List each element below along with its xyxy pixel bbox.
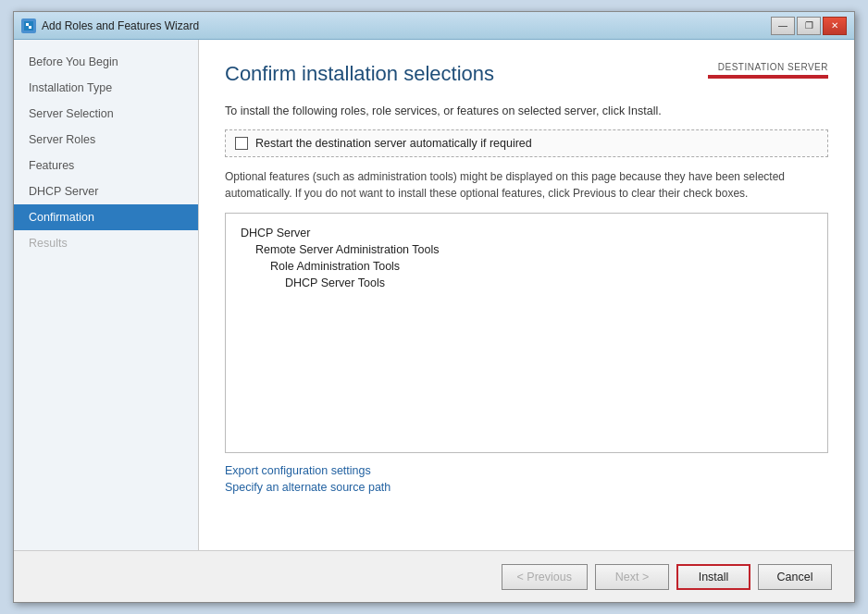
footer: < Previous Next > Install Cancel [14, 550, 854, 602]
minimize-button[interactable]: — [771, 17, 795, 35]
install-button[interactable]: Install [676, 564, 750, 590]
feature-remote-admin-tools: Remote Server Administration Tools [241, 241, 812, 258]
feature-role-admin-tools: Role Administration Tools [241, 258, 812, 275]
restart-checkbox[interactable] [235, 137, 248, 150]
titlebar-left: Add Roles and Features Wizard [21, 18, 199, 33]
previous-button[interactable]: < Previous [502, 564, 588, 590]
links-row: Export configuration settings Specify an… [225, 464, 828, 494]
destination-server-label: DESTINATION SERVER [708, 62, 828, 72]
restart-checkbox-row[interactable]: Restart the destination server automatic… [225, 129, 828, 157]
destination-server-info: DESTINATION SERVER [708, 62, 828, 79]
header-row: Confirm installation selections DESTINAT… [225, 62, 828, 86]
main-window: Add Roles and Features Wizard — ❐ ✕ Befo… [13, 11, 855, 603]
svg-rect-2 [29, 26, 31, 29]
instruction-text: To install the following roles, role ser… [225, 103, 828, 120]
titlebar: Add Roles and Features Wizard — ❐ ✕ [14, 12, 854, 40]
features-list-box: DHCP Server Remote Server Administration… [225, 213, 828, 453]
svg-rect-1 [26, 23, 29, 26]
sidebar-item-confirmation[interactable]: Confirmation [14, 204, 198, 230]
restore-button[interactable]: ❐ [797, 17, 821, 35]
cancel-button[interactable]: Cancel [758, 564, 832, 590]
sidebar-item-dhcp-server[interactable]: DHCP Server [14, 178, 198, 204]
next-button[interactable]: Next > [595, 564, 669, 590]
sidebar-item-results: Results [14, 230, 198, 256]
close-button[interactable]: ✕ [823, 17, 847, 35]
feature-dhcp-server-tools: DHCP Server Tools [241, 275, 812, 291]
destination-server-bar [708, 75, 828, 79]
sidebar-item-before-you-begin[interactable]: Before You Begin [14, 49, 198, 75]
sidebar: Before You Begin Installation Type Serve… [14, 40, 199, 550]
window-controls: — ❐ ✕ [771, 17, 847, 35]
sidebar-item-features[interactable]: Features [14, 153, 198, 178]
restart-checkbox-label: Restart the destination server automatic… [255, 137, 532, 150]
window-title: Add Roles and Features Wizard [42, 19, 199, 32]
feature-dhcp-server: DHCP Server [241, 225, 812, 241]
sidebar-item-server-roles[interactable]: Server Roles [14, 127, 198, 153]
optional-text: Optional features (such as administratio… [225, 168, 828, 202]
alternate-source-link[interactable]: Specify an alternate source path [225, 481, 828, 494]
sidebar-item-server-selection[interactable]: Server Selection [14, 101, 198, 127]
page-title: Confirm installation selections [225, 62, 494, 86]
main-panel: Confirm installation selections DESTINAT… [199, 40, 854, 550]
app-icon [21, 18, 36, 33]
content-area: Before You Begin Installation Type Serve… [14, 40, 854, 550]
sidebar-item-installation-type[interactable]: Installation Type [14, 75, 198, 101]
export-config-link[interactable]: Export configuration settings [225, 464, 828, 477]
